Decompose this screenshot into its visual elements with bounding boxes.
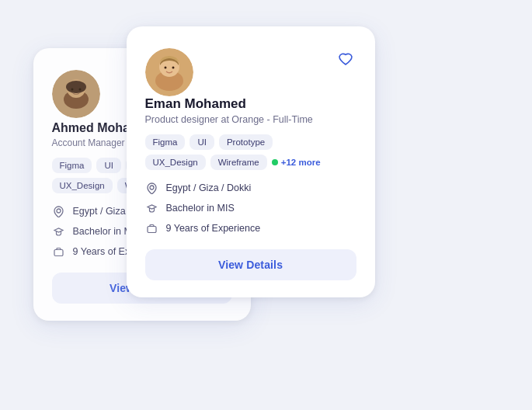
location-text-front: Egypt / Giza / Dokki (166, 182, 252, 193)
location-icon-back (52, 204, 66, 218)
card-front-name: Eman Mohamed (145, 96, 356, 112)
svg-point-12 (172, 67, 174, 69)
tag-ui-back: UI (96, 158, 121, 173)
card-eman: Eman Mohamed Product designer at Orange … (127, 26, 375, 297)
education-icon-front (145, 201, 159, 215)
card-front-tags-row2: UX_Design Wireframe +12 more (145, 155, 356, 170)
dot-green-front (272, 159, 278, 165)
tag-ui-front: UI (190, 134, 214, 150)
svg-point-4 (71, 89, 73, 91)
card-front-tags-row1: Figma UI Prototype (145, 134, 356, 150)
tag-uxdesign-back: UX_Design (52, 178, 113, 193)
education-icon-back (52, 224, 66, 238)
tag-figma-front: Figma (145, 134, 186, 150)
svg-rect-7 (54, 249, 63, 255)
svg-point-11 (164, 67, 166, 69)
card-front-info: Egypt / Giza / Dokki Bachelor in MIS (145, 181, 356, 235)
view-details-btn-front[interactable]: View Details (145, 249, 356, 280)
tag-wireframe-front: Wireframe (210, 155, 267, 170)
svg-point-3 (66, 81, 86, 93)
svg-point-13 (150, 186, 154, 189)
card-front-header (145, 48, 356, 96)
experience-icon-front (145, 221, 159, 235)
card-front-subtitle: Product designer at Orange - Full-Time (145, 114, 356, 125)
experience-icon-back (52, 245, 66, 259)
avatar-eman (145, 48, 193, 96)
svg-point-5 (78, 89, 81, 91)
experience-text-front: 9 Years of Experience (166, 223, 261, 234)
education-text-front: Bachelor in MIS (166, 203, 235, 214)
location-item-front: Egypt / Giza / Dokki (145, 181, 356, 195)
heart-icon[interactable] (335, 48, 356, 70)
experience-item-front: 9 Years of Experience (145, 221, 356, 235)
education-item-front: Bachelor in MIS (145, 201, 356, 215)
svg-rect-14 (148, 226, 156, 232)
tag-prototype-front: Prototype (219, 134, 273, 150)
tag-uxdesign-front: UX_Design (145, 155, 206, 170)
more-tag-front: +12 more (272, 155, 321, 170)
card-front-header-left (145, 48, 193, 96)
tag-figma-back: Figma (52, 158, 92, 173)
svg-point-6 (57, 209, 61, 213)
avatar-ahmed (52, 70, 100, 118)
location-icon-front (145, 181, 159, 195)
